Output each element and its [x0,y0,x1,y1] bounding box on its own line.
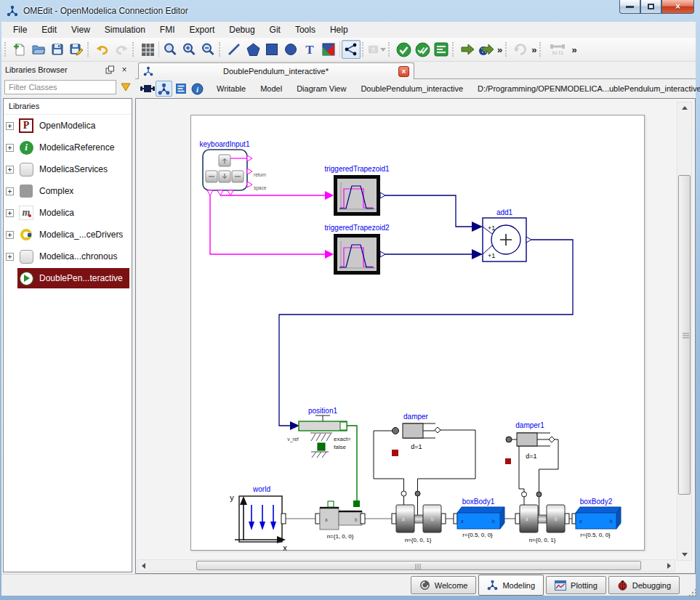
rectangle-tool-button[interactable] [262,40,281,59]
menu-fmi[interactable]: FMI [153,23,182,37]
library-item-modelicaservices[interactable]: ModelicaServices [4,158,132,180]
component-revolute1[interactable]: a b n={0, 0, 1} [392,491,446,543]
scroll-left-arrow[interactable] [138,560,149,571]
vertical-scrollbar[interactable] [677,102,692,561]
zoom-fit-button[interactable] [161,40,180,59]
tab-doublependulum-interactive[interactable]: DoublePendulum_interactive* × [138,62,414,79]
connection-add1-position1[interactable] [279,240,573,426]
expand-icon[interactable] [6,166,14,174]
connection-trapezoid2-add1[interactable] [385,249,483,259]
expand-icon[interactable] [6,187,14,195]
horizontal-scrollbar[interactable] [137,559,675,572]
expand-icon[interactable] [6,231,14,239]
undo-button[interactable] [93,40,112,59]
library-item-modelica[interactable]: mModelica [4,202,132,224]
icon-view-button[interactable] [139,81,156,97]
diagram-canvas[interactable]: keyboardInput1 [190,115,645,551]
component-boxBody1[interactable]: boxBody1 a b r={0.5, 0, 0} [454,498,504,538]
perspective-tab-welcome[interactable]: Welcome [411,576,477,594]
scroll-down-arrow[interactable] [679,549,690,560]
expand-icon[interactable] [6,209,14,217]
component-damper1[interactable]: damper1 d=1 [505,421,555,464]
component-boxBody2[interactable]: boxBody2 a b r={0.5, 0, 0} [572,498,621,538]
scroll-right-arrow[interactable] [664,560,675,571]
menu-debug[interactable]: Debug [222,23,262,37]
check-all-models-button[interactable] [413,40,432,59]
close-button[interactable]: × [661,0,694,14]
simulate-button[interactable] [458,40,477,59]
component-damper[interactable]: damper d=1 [392,413,440,456]
transition-mode-button[interactable] [368,40,387,59]
text-view-button[interactable] [172,81,189,97]
diagram-view-button[interactable] [156,81,172,97]
filter-options-button[interactable] [120,81,132,94]
component-keyboardInput1[interactable]: keyboardInput1 [200,140,267,195]
component-revolute2[interactable]: a b n={0, 0, 1} [515,492,569,543]
show-grid-button[interactable] [138,40,157,59]
instantiate-model-button[interactable] [432,40,451,59]
scroll-up-arrow[interactable] [679,102,690,113]
toolbar-overflow-2[interactable]: » [530,44,538,55]
save-button[interactable] [48,40,67,59]
redo-button[interactable] [112,40,131,59]
zoom-out-button[interactable] [198,40,217,59]
menu-tools[interactable]: Tools [288,23,323,37]
menu-view[interactable]: View [64,23,97,37]
menu-simulation[interactable]: Simulation [97,23,153,37]
ellipse-tool-button[interactable] [281,40,300,59]
expand-icon[interactable] [6,144,14,152]
resize-grip[interactable] [688,588,697,597]
perspective-tab-plotting[interactable]: Plotting [546,576,606,594]
documentation-view-button[interactable]: i [189,81,206,97]
menu-export[interactable]: Export [182,23,222,37]
library-item-doublependulum[interactable]: DoublePen...teractive [4,267,132,289]
connection-keyboard-trapezoid1[interactable] [220,191,334,200]
toolbar-overflow-3[interactable]: » [570,44,578,55]
open-model-button[interactable] [29,40,48,59]
filter-classes-input[interactable] [4,80,116,94]
connection-trapezoid1-add1[interactable] [385,195,483,232]
horizontal-scrollbar-thumb[interactable] [196,561,641,570]
perspective-tab-debugging[interactable]: Debugging [608,576,680,594]
vertical-scrollbar-thumb[interactable] [678,175,691,495]
library-item-openmodelica[interactable]: POpenModelica [4,115,132,137]
time-interval-button[interactable]: to t1 [545,40,570,59]
component-world[interactable]: world y x [230,485,287,551]
expand-icon[interactable] [6,253,14,261]
save-as-button[interactable] [67,40,86,59]
component-add1[interactable]: add1 +1 +1 [483,208,531,262]
menu-edit[interactable]: Edit [34,23,64,37]
menu-help[interactable]: Help [323,23,355,37]
bitmap-tool-button[interactable] [319,40,338,59]
writable-status[interactable]: Writable [213,84,249,93]
restore-button[interactable] [640,0,661,14]
expand-icon[interactable] [6,122,14,130]
close-panel-icon[interactable]: × [118,65,130,76]
polygon-tool-button[interactable] [244,40,262,59]
connection-damper1-revolute2[interactable] [519,439,558,492]
text-tool-button[interactable]: T [300,40,319,59]
new-model-button[interactable] [10,40,29,59]
library-item-synchronous[interactable]: Modelica...chronous [4,246,132,267]
library-item-complex[interactable]: Complex [4,180,132,202]
connection-damper-revolute1[interactable] [374,430,475,491]
float-panel-icon[interactable] [104,65,116,76]
connect-mode-button[interactable] [342,40,361,59]
resimulate-button[interactable] [511,40,530,59]
toolbar-overflow-1[interactable]: » [496,44,504,55]
menu-file[interactable]: File [6,23,34,37]
simulate-animation-button[interactable] [477,40,496,59]
library-item-modelicareference[interactable]: iModelicaReference [4,137,132,158]
component-triggeredTrapezoid2[interactable]: triggeredTrapezoid2 [324,224,390,275]
component-position1[interactable]: position1 v_ref [287,407,351,458]
perspective-tab-modeling[interactable]: Modeling [478,575,544,596]
connection-keyboard-trapezoid2[interactable] [210,195,334,259]
menu-git[interactable]: Git [262,23,288,37]
check-model-button[interactable] [394,40,413,59]
component-triggeredTrapezoid1[interactable]: triggeredTrapezoid1 [324,165,390,216]
zoom-in-button[interactable] [180,40,198,59]
minimize-button[interactable] [619,0,640,14]
library-item-devicedrivers[interactable]: Modelica_...ceDrivers [4,224,132,246]
line-tool-button[interactable] [225,40,244,59]
tab-close-button[interactable]: × [398,66,409,77]
